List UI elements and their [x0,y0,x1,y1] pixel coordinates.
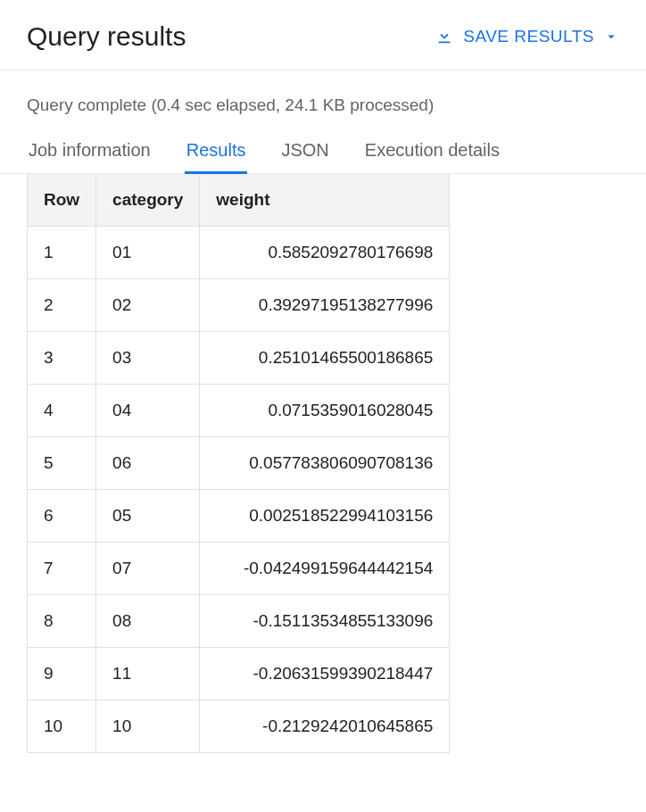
cell-category: 08 [96,595,200,648]
table-row: 3030.25101465500186865 [28,332,450,385]
cell-weight: 0.39297195138277996 [200,279,450,332]
header: Query results SAVE RESULTS [0,0,646,70]
tab-json[interactable]: JSON [279,131,330,173]
results-table: Row category weight 1010.585209278017669… [27,174,450,753]
cell-row: 5 [28,437,96,490]
cell-row: 8 [28,595,96,648]
table-row: 808-0.15113534855133096 [28,595,450,648]
cell-row: 7 [28,543,96,595]
cell-row: 3 [28,332,96,385]
table-row: 6050.002518522994103156 [28,490,450,543]
cell-category: 01 [96,227,200,279]
col-category: category [96,174,200,227]
results-table-container: Row category weight 1010.585209278017669… [0,174,646,753]
cell-weight: 0.25101465500186865 [200,332,450,385]
cell-category: 07 [96,543,200,595]
cell-weight: 0.5852092780176698 [200,227,450,279]
cell-row: 9 [28,648,96,700]
table-row: 4040.0715359016028045 [28,385,450,437]
cell-row: 2 [28,279,96,332]
cell-weight: -0.042499159644442154 [200,543,450,595]
tab-execution-details[interactable]: Execution details [363,131,501,173]
table-row: 1010.5852092780176698 [28,227,450,279]
cell-weight: 0.002518522994103156 [200,490,450,543]
cell-weight: -0.15113534855133096 [200,595,450,648]
cell-weight: 0.057783806090708136 [200,437,450,490]
cell-weight: -0.20631599390218447 [200,648,450,700]
cell-category: 06 [96,437,200,490]
cell-category: 10 [96,700,200,753]
tabs: Job information Results JSON Execution d… [0,131,646,174]
table-header-row: Row category weight [28,174,450,227]
cell-weight: 0.0715359016028045 [200,385,450,437]
cell-row: 1 [28,227,96,279]
page-title: Query results [27,21,186,52]
tab-job-information[interactable]: Job information [27,131,153,173]
table-row: 5060.057783806090708136 [28,437,450,490]
cell-category: 11 [96,648,200,700]
cell-weight: -0.2129242010645865 [200,700,450,753]
cell-row: 6 [28,490,96,543]
table-row: 1010-0.2129242010645865 [28,700,450,753]
table-row: 2020.39297195138277996 [28,279,450,332]
table-row: 707-0.042499159644442154 [28,543,450,595]
cell-category: 03 [96,332,200,385]
chevron-down-icon [603,29,619,45]
query-status: Query complete (0.4 sec elapsed, 24.1 KB… [0,70,646,131]
cell-category: 02 [96,279,200,332]
col-row: Row [28,174,96,227]
cell-row: 10 [28,700,96,753]
save-results-label: SAVE RESULTS [463,27,594,46]
tab-results[interactable]: Results [185,131,248,173]
table-row: 911-0.20631599390218447 [28,648,450,700]
cell-category: 04 [96,385,200,437]
col-weight: weight [200,174,450,227]
cell-row: 4 [28,385,96,437]
download-icon [435,27,454,46]
cell-category: 05 [96,490,200,543]
save-results-button[interactable]: SAVE RESULTS [435,27,619,46]
